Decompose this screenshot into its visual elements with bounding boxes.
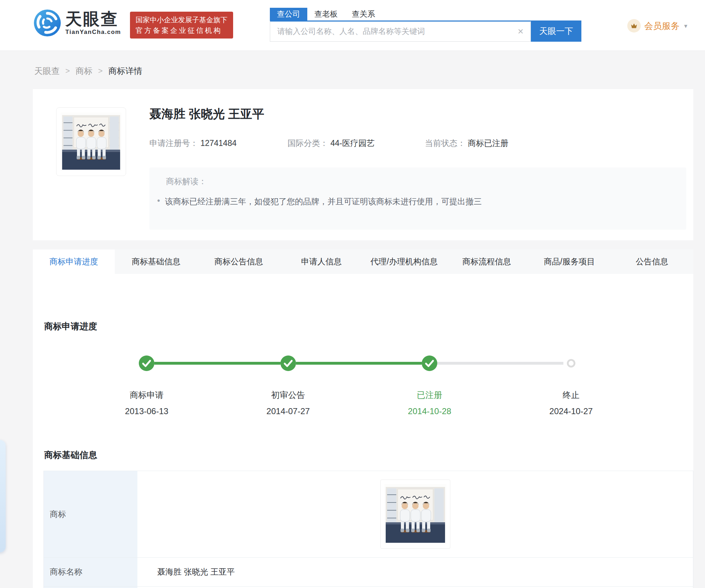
trademark-title: 聂海胜 张晓光 王亚平 — [149, 106, 264, 122]
search-area: 查公司 查老板 查关系 × 天眼一下 — [270, 8, 581, 42]
badge-line2: 官方备案企业征信机构 — [136, 25, 227, 36]
tab-gazette-info[interactable]: 公告信息 — [611, 249, 693, 274]
table-row: 商标名称 聂海胜 张晓光 王亚平 — [44, 558, 693, 587]
trademark-summary-card: 聂海胜 张晓光 王亚平 申请注册号： 12741484 国际分类： 44-医疗园… — [33, 89, 693, 240]
badge-line1: 国家中小企业发展子基金旗下 — [136, 14, 227, 25]
table-row — [44, 587, 693, 588]
breadcrumb-home[interactable]: 天眼查 — [34, 65, 60, 77]
tab-process-info[interactable]: 商标流程信息 — [445, 249, 528, 274]
breadcrumb: 天眼查 > 商标 > 商标详情 — [34, 63, 142, 79]
trademark-interpretation-box: 商标解读： • 该商标已经注册满三年，如侵犯了您的品牌，并且可证明该商标未进行使… — [149, 167, 686, 230]
search-tab-relation[interactable]: 查关系 — [352, 8, 375, 20]
breadcrumb-current: 商标详情 — [108, 65, 142, 77]
search-tab-boss[interactable]: 查老板 — [314, 8, 338, 20]
timeline-step: 已注册 2014-10-28 — [359, 353, 500, 416]
timeline-step: 终止 2024-10-27 — [500, 353, 642, 416]
floating-side-widget[interactable] — [0, 440, 6, 552]
bullet-icon: • — [157, 196, 160, 206]
field-international-class: 国际分类： 44-医疗园艺 — [288, 138, 375, 149]
basic-info-table: 商标 商标名称 聂海胜 张晓光 王亚平 — [43, 471, 693, 588]
field-registration-number: 申请注册号： 12741484 — [149, 138, 237, 149]
tianyancha-logo[interactable]: 天眼查 TianYanCha.com — [34, 9, 121, 37]
main-panel: 商标申请进度 商标申请 2013-06-13 初审公告 2014-07-27 — [33, 274, 693, 588]
trademark-image[interactable] — [380, 480, 450, 549]
member-services-menu[interactable]: 会员服务 ▼ — [627, 19, 688, 33]
member-services-label: 会员服务 — [644, 20, 680, 32]
breadcrumb-separator: > — [98, 66, 103, 76]
step-pending-icon — [567, 359, 575, 368]
timeline-step: 初审公告 2014-07-27 — [218, 353, 359, 416]
search-tabs: 查公司 查老板 查关系 — [270, 8, 581, 20]
top-header: 天眼查 TianYanCha.com 国家中小企业发展子基金旗下 官方备案企业征… — [0, 0, 705, 51]
logo-text-en: TianYanCha.com — [65, 29, 121, 36]
field-current-status: 当前状态： 商标已注册 — [425, 138, 508, 149]
breadcrumb-separator: > — [65, 66, 70, 76]
clear-search-icon[interactable]: × — [518, 27, 523, 36]
detail-tabs: 商标申请进度 商标基础信息 商标公告信息 申请人信息 代理/办理机构信息 商标流… — [33, 249, 693, 274]
step-done-icon — [422, 355, 437, 371]
tab-agency-info[interactable]: 代理/办理机构信息 — [363, 249, 445, 274]
tab-announcement-info[interactable]: 商标公告信息 — [197, 249, 280, 274]
logo-text-cn: 天眼查 — [65, 10, 121, 28]
official-certification-badge: 国家中小企业发展子基金旗下 官方备案企业征信机构 — [130, 12, 233, 39]
chevron-down-icon: ▼ — [683, 23, 688, 29]
tab-basic-info[interactable]: 商标基础信息 — [115, 249, 197, 274]
interpretation-title: 商标解读： — [166, 176, 686, 187]
timeline-step: 商标申请 2013-06-13 — [76, 353, 218, 416]
search-tab-company[interactable]: 查公司 — [270, 8, 307, 20]
tab-applicant-info[interactable]: 申请人信息 — [280, 249, 363, 274]
step-done-icon — [139, 355, 154, 371]
section-heading-basic-info: 商标基础信息 — [44, 449, 97, 461]
tianyancha-logo-icon — [34, 9, 61, 37]
tab-application-progress[interactable]: 商标申请进度 — [33, 249, 115, 274]
tab-goods-services[interactable]: 商品/服务项目 — [528, 249, 611, 274]
step-done-icon — [280, 355, 296, 371]
search-button[interactable]: 天眼一下 — [531, 20, 581, 42]
crown-icon — [630, 22, 638, 30]
section-heading-progress: 商标申请进度 — [44, 321, 97, 332]
table-row: 商标 — [44, 471, 693, 558]
application-progress-timeline: 商标申请 2013-06-13 初审公告 2014-07-27 已注册 2014… — [76, 353, 642, 416]
interpretation-point: • 该商标已经注册满三年，如侵犯了您的品牌，并且可证明该商标未进行使用，可提出撤… — [157, 196, 686, 207]
search-input[interactable] — [270, 22, 531, 41]
breadcrumb-trademark[interactable]: 商标 — [76, 65, 93, 77]
